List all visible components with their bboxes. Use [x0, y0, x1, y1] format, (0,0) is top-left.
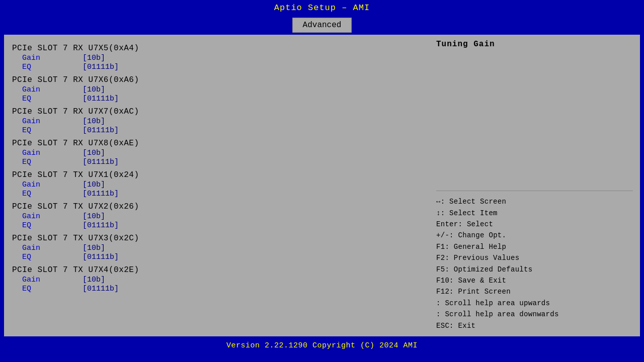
setting-label-1-0: Gain — [12, 85, 72, 94]
setting-value-2-1: [01111b] — [83, 126, 119, 135]
setting-label-1-1: EQ — [12, 95, 72, 103]
key-action-11: Exit — [458, 322, 476, 330]
key-action-1: Select Item — [449, 209, 498, 217]
header-title: Aptio Setup – AMI — [274, 3, 370, 13]
setting-value-1-1: [01111b] — [83, 95, 119, 103]
tab-advanced[interactable]: Advanced — [292, 18, 352, 33]
setting-label-7-1: EQ — [12, 285, 72, 293]
setting-value-3-0: [10b] — [83, 149, 105, 157]
setting-value-3-1: [01111b] — [83, 158, 119, 166]
key-shortcut-9: : — [436, 299, 441, 307]
key-action-7: Save & Exit — [458, 277, 507, 285]
setting-label-5-1: EQ — [12, 221, 72, 230]
key-help-item-3: +/-: Change Opt. — [436, 230, 633, 241]
key-help-item-8: F12: Print Screen — [436, 286, 633, 297]
table-row[interactable]: Gain[10b] — [12, 212, 421, 221]
setting-label-7-0: Gain — [12, 276, 72, 284]
setting-label-3-1: EQ — [12, 158, 72, 166]
setting-label-0-0: Gain — [12, 54, 72, 62]
section-title-4: PCIe SLOT 7 TX U7X1(0x24) — [12, 170, 421, 179]
setting-label-4-0: Gain — [12, 180, 72, 189]
setting-value-0-1: [01111b] — [83, 63, 119, 71]
setting-value-7-1: [01111b] — [83, 285, 119, 293]
table-row[interactable]: Gain[10b] — [12, 149, 421, 157]
key-shortcut-6: F5: — [436, 265, 449, 274]
setting-value-0-0: [10b] — [83, 54, 105, 62]
key-help-item-5: F2: Previous Values — [436, 252, 633, 263]
setting-value-5-1: [01111b] — [83, 221, 119, 230]
table-row[interactable]: EQ[01111b] — [12, 63, 421, 71]
key-help-item-9: : Scroll help area upwards — [436, 298, 633, 309]
tab-bar: Advanced — [0, 16, 644, 33]
footer-bar: Version 2.22.1290 Copyright (C) 2024 AMI — [0, 338, 644, 353]
setting-value-6-1: [01111b] — [83, 253, 119, 261]
table-row[interactable]: Gain[10b] — [12, 180, 421, 189]
section-title-6: PCIe SLOT 7 TX U7X3(0x2C) — [12, 234, 421, 243]
table-row[interactable]: Gain[10b] — [12, 276, 421, 284]
setting-value-2-0: [10b] — [83, 117, 105, 126]
setting-label-4-1: EQ — [12, 190, 72, 198]
key-help-item-10: : Scroll help area downwards — [436, 309, 633, 320]
key-action-5: Previous Values — [454, 254, 520, 262]
table-row[interactable]: EQ[01111b] — [12, 126, 421, 135]
key-action-8: Print Screen — [458, 288, 511, 296]
key-shortcut-11: ESC: — [436, 322, 454, 330]
key-shortcut-0: ↔: — [436, 198, 445, 206]
table-row[interactable]: Gain[10b] — [12, 244, 421, 252]
key-shortcut-1: ↕: — [436, 209, 445, 217]
setting-value-1-0: [10b] — [83, 85, 105, 94]
setting-value-6-0: [10b] — [83, 244, 105, 252]
table-row[interactable]: EQ[01111b] — [12, 95, 421, 103]
section-title-5: PCIe SLOT 7 TX U7X2(0x26) — [12, 202, 421, 211]
key-action-3: Change Opt. — [458, 231, 507, 239]
section-title-1: PCIe SLOT 7 RX U7X6(0xA6) — [12, 75, 421, 84]
key-help-item-4: F1: General Help — [436, 241, 633, 252]
help-title: Tuning Gain — [436, 40, 633, 49]
key-shortcut-3: +/-: — [436, 231, 454, 239]
header-bar: Aptio Setup – AMI — [0, 0, 644, 16]
key-help-item-6: F5: Optimized Defaults — [436, 264, 633, 275]
key-shortcut-10: : — [436, 310, 441, 318]
setting-label-3-0: Gain — [12, 149, 72, 157]
setting-value-5-0: [10b] — [83, 212, 105, 221]
table-row[interactable]: EQ[01111b] — [12, 158, 421, 166]
section-title-3: PCIe SLOT 7 RX U7X8(0xAE) — [12, 139, 421, 148]
table-row[interactable]: EQ[01111b] — [12, 190, 421, 198]
setting-label-0-1: EQ — [12, 63, 72, 71]
footer-text: Version 2.22.1290 Copyright (C) 2024 AMI — [226, 341, 418, 350]
key-help-item-1: ↕: Select Item — [436, 208, 633, 219]
key-help-item-11: ESC: Exit — [436, 320, 633, 331]
key-shortcut-2: Enter: — [436, 220, 462, 228]
table-row[interactable]: Gain[10b] — [12, 54, 421, 62]
left-panel: PCIe SLOT 7 RX U7X5(0xA4)Gain[10b]EQ[011… — [4, 35, 429, 336]
key-shortcut-5: F2: — [436, 254, 449, 262]
key-help-list: ↔: Select Screen↕: Select ItemEnter: Sel… — [436, 196, 633, 331]
table-row[interactable]: Gain[10b] — [12, 85, 421, 94]
setting-value-7-0: [10b] — [83, 276, 105, 284]
help-divider — [436, 191, 633, 191]
key-help-item-2: Enter: Select — [436, 219, 633, 230]
table-row[interactable]: Gain[10b] — [12, 117, 421, 126]
setting-label-5-0: Gain — [12, 212, 72, 221]
table-row[interactable]: EQ[01111b] — [12, 253, 421, 261]
table-row[interactable]: EQ[01111b] — [12, 285, 421, 293]
key-action-10: Scroll help area downwards — [445, 310, 558, 318]
table-row[interactable]: EQ[01111b] — [12, 221, 421, 230]
right-panel: Tuning Gain ↔: Select Screen↕: Select It… — [429, 35, 640, 336]
setting-label-6-0: Gain — [12, 244, 72, 252]
key-action-4: General Help — [454, 243, 506, 251]
setting-label-2-0: Gain — [12, 117, 72, 126]
key-help-item-7: F10: Save & Exit — [436, 275, 633, 286]
section-title-7: PCIe SLOT 7 TX U7X4(0x2E) — [12, 265, 421, 275]
key-help-section: ↔: Select Screen↕: Select ItemEnter: Sel… — [436, 191, 633, 331]
key-action-9: Scroll help area upwards — [445, 299, 550, 307]
key-shortcut-4: F1: — [436, 243, 449, 251]
main-area: PCIe SLOT 7 RX U7X5(0xA4)Gain[10b]EQ[011… — [4, 35, 640, 336]
setting-value-4-1: [01111b] — [83, 190, 119, 198]
key-shortcut-8: F12: — [436, 288, 454, 296]
section-title-2: PCIe SLOT 7 RX U7X7(0xAC) — [12, 107, 421, 116]
key-action-0: Select Screen — [449, 198, 506, 206]
setting-value-4-0: [10b] — [83, 180, 105, 189]
key-action-2: Select — [467, 220, 493, 228]
key-shortcut-7: F10: — [436, 277, 454, 285]
